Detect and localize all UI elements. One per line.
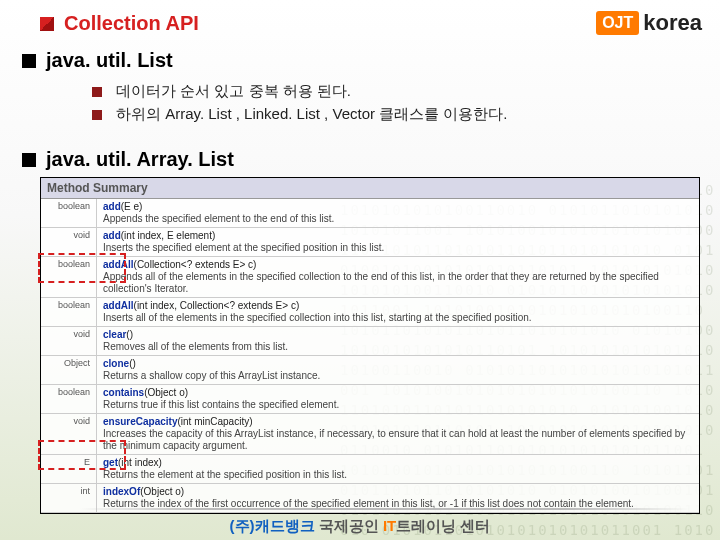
- method-params: (int minCapacity): [177, 416, 252, 427]
- method-desc: Returns a shallow copy of this ArrayList…: [103, 370, 693, 382]
- method-desc: Returns the element at the specified pos…: [103, 469, 693, 481]
- method-name: addAll: [103, 300, 134, 311]
- method-name: add: [103, 230, 121, 241]
- black-bullet-icon: [22, 54, 36, 68]
- method-desc: Appends the specified element to the end…: [103, 213, 693, 225]
- method-return: Object: [41, 356, 97, 384]
- method-name: indexOf: [103, 486, 140, 497]
- method-desc: Increases the capacity of this ArrayList…: [103, 428, 693, 452]
- method-signature: addAll(Collection<? extends E> c)Appends…: [97, 257, 699, 297]
- footer-text-2: 트레이닝 센터: [396, 517, 490, 534]
- method-signature: clear()Removes all of the elements from …: [97, 327, 699, 355]
- bullet-item: 데이터가 순서 있고 중복 허용 된다.: [92, 82, 720, 101]
- brown-bullet-icon: [92, 87, 102, 97]
- slide-title: Collection API: [64, 12, 199, 35]
- method-signature: add(int index, E element)Inserts the spe…: [97, 228, 699, 256]
- method-desc: Appends all of the elements in the speci…: [103, 271, 693, 295]
- method-row: Objectclone()Returns a shallow copy of t…: [41, 356, 699, 385]
- bullet-text: 하위의 Array. List , Linked. List , Vector …: [116, 105, 507, 124]
- method-params: (Object o): [140, 486, 184, 497]
- bullet-item: 하위의 Array. List , Linked. List , Vector …: [92, 105, 720, 124]
- method-signature: add(E e)Appends the specified element to…: [97, 199, 699, 227]
- footer-company: (주)캐드뱅크: [230, 517, 315, 534]
- red-bullet-icon: [40, 17, 54, 31]
- method-return: boolean: [41, 385, 97, 413]
- method-params: (E e): [121, 201, 143, 212]
- method-params: (int index): [118, 457, 162, 468]
- method-name: addAll: [103, 259, 134, 270]
- method-signature: ensureCapacity(int minCapacity)Increases…: [97, 414, 699, 454]
- method-params: (int index, E element): [121, 230, 216, 241]
- method-desc: Returns true if this list contains the s…: [103, 399, 693, 411]
- method-row: voidensureCapacity(int minCapacity)Incre…: [41, 414, 699, 455]
- section-list-heading: java. util. List: [46, 49, 173, 72]
- ojt-korea-logo: OJT korea: [596, 10, 702, 36]
- method-name: add: [103, 201, 121, 212]
- method-params: (Collection<? extends E> c): [134, 259, 257, 270]
- method-summary-table: Method Summary booleanadd(E e)Appends th…: [40, 177, 700, 514]
- method-row: booleanadd(E e)Appends the specified ele…: [41, 199, 699, 228]
- method-signature: addAll(int index, Collection<? extends E…: [97, 298, 699, 326]
- bullet-list: 데이터가 순서 있고 중복 허용 된다. 하위의 Array. List , L…: [0, 72, 720, 134]
- section-arraylist-heading: java. util. Array. List: [46, 148, 234, 171]
- logo-korea-text: korea: [643, 10, 702, 36]
- method-row: booleanaddAll(int index, Collection<? ex…: [41, 298, 699, 327]
- method-params: (int index, Collection<? extends E> c): [134, 300, 300, 311]
- method-name: contains: [103, 387, 144, 398]
- method-name: get: [103, 457, 118, 468]
- footer: (주)캐드뱅크 국제공인 IT트레이닝 센터: [0, 517, 720, 536]
- method-name: clone: [103, 358, 129, 369]
- method-row: voidclear()Removes all of the elements f…: [41, 327, 699, 356]
- bullet-text: 데이터가 순서 있고 중복 허용 된다.: [116, 82, 351, 101]
- method-signature: get(int index)Returns the element at the…: [97, 455, 699, 483]
- footer-text-1: 국제공인: [315, 517, 383, 534]
- black-bullet-icon: [22, 153, 36, 167]
- brown-bullet-icon: [92, 110, 102, 120]
- method-return: boolean: [41, 257, 97, 297]
- method-return: boolean: [41, 298, 97, 326]
- method-desc: Inserts all of the elements in the speci…: [103, 312, 693, 324]
- method-row: Eget(int index)Returns the element at th…: [41, 455, 699, 484]
- method-name: clear: [103, 329, 126, 340]
- method-return: boolean: [41, 199, 97, 227]
- logo-ojt-text: OJT: [596, 11, 639, 35]
- method-row: booleancontains(Object o)Returns true if…: [41, 385, 699, 414]
- method-signature: contains(Object o)Returns true if this l…: [97, 385, 699, 413]
- method-desc: Removes all of the elements from this li…: [103, 341, 693, 353]
- method-return: void: [41, 414, 97, 454]
- method-params: (): [126, 329, 133, 340]
- method-params: (): [129, 358, 136, 369]
- method-return: E: [41, 455, 97, 483]
- section-arraylist: java. util. Array. List: [0, 134, 720, 171]
- section-list: java. util. List: [0, 35, 720, 72]
- method-return: void: [41, 327, 97, 355]
- footer-it: IT: [383, 517, 396, 534]
- method-desc: Inserts the specified element at the spe…: [103, 242, 693, 254]
- method-return: void: [41, 228, 97, 256]
- method-name: ensureCapacity: [103, 416, 177, 427]
- method-params: (Object o): [144, 387, 188, 398]
- method-summary-header: Method Summary: [41, 178, 699, 199]
- method-signature: clone()Returns a shallow copy of this Ar…: [97, 356, 699, 384]
- method-row: booleanaddAll(Collection<? extends E> c)…: [41, 257, 699, 298]
- footer-divider: [80, 508, 690, 510]
- method-row: voidadd(int index, E element)Inserts the…: [41, 228, 699, 257]
